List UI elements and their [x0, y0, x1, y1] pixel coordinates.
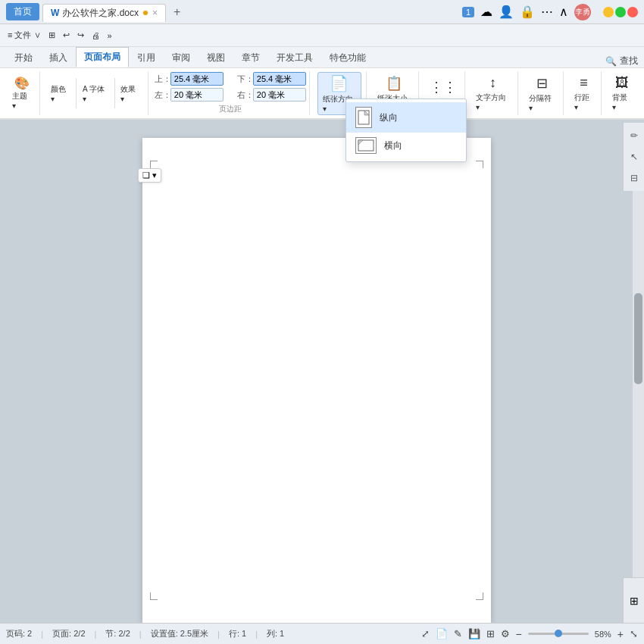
notification-badge[interactable]: 1 [462, 7, 474, 17]
margin-top-row: 上： 下： [155, 72, 306, 86]
print-button[interactable]: 🖨 [89, 30, 103, 42]
page-view-icon[interactable]: 📄 [436, 628, 448, 639]
search-area[interactable]: 🔍 查找 [605, 55, 638, 67]
floating-toolbar-button[interactable]: ❏ ▾ [138, 168, 161, 183]
margin-group: 上： 下： 左： 右： 页边距 [152, 71, 310, 115]
style-group: 颜色 ▾ A 字体 ▾ 效果 ▾ [43, 71, 148, 115]
more-commands[interactable]: » [105, 30, 115, 42]
font-button[interactable]: A 字体 ▾ [80, 83, 111, 105]
close-button[interactable] [627, 7, 638, 17]
theme-button[interactable]: 🎨 主题 ▾ [9, 76, 35, 111]
tab-icon: W [51, 8, 59, 18]
user-icon[interactable]: 👤 [499, 5, 514, 19]
tab-special[interactable]: 特色功能 [321, 48, 374, 67]
dropdown-item-portrait[interactable]: 纵向 [346, 102, 466, 133]
status-right: ⤢ 📄 ✎ 💾 ⊞ ⚙ − 58% + ⤡ [421, 628, 638, 640]
scrollbar-track[interactable] [634, 134, 642, 611]
save-icon[interactable]: 💾 [468, 628, 480, 639]
avatar[interactable]: 李勇 [574, 4, 591, 20]
document-tab[interactable]: W 办公软件之家.docx × [42, 4, 166, 22]
tools-icon[interactable]: ⚙ [501, 628, 510, 639]
corner-tr [476, 161, 483, 168]
col-info: 列: 1 [267, 628, 284, 639]
corner-br [476, 592, 483, 600]
cloud-icon[interactable]: ☁ [480, 5, 492, 19]
tab-references[interactable]: 引用 [129, 48, 164, 67]
tab-page-layout[interactable]: 页面布局 [76, 47, 129, 67]
tab-review[interactable]: 审阅 [164, 48, 199, 67]
total-pages: 页面: 2/2 [52, 628, 85, 639]
paper-size-icon: 📋 [386, 75, 402, 92]
page-number: 页码: 2 [6, 628, 32, 639]
divider [76, 78, 77, 108]
vertical-scrollbar[interactable]: ▲ ▼ [633, 123, 644, 623]
tab-chapter[interactable]: 章节 [233, 48, 268, 67]
section-info: 节: 2/2 [105, 628, 130, 639]
zoom-slider-thumb[interactable] [555, 630, 562, 637]
new-tab-button[interactable]: + [174, 5, 180, 19]
minimize-button[interactable] [603, 7, 614, 17]
expand-icon[interactable]: ⤢ [421, 628, 430, 639]
document-area: ❏ ▾ [0, 123, 633, 623]
portrait-label: 纵向 [380, 111, 398, 124]
settings-icon[interactable]: ⊞ [486, 628, 495, 639]
svg-rect-0 [358, 111, 369, 124]
collapse-icon[interactable]: ∧ [559, 5, 568, 19]
scrollbar-thumb[interactable] [634, 293, 642, 384]
lock-icon[interactable]: 🔒 [520, 5, 535, 19]
theme-icon: 🎨 [14, 77, 30, 89]
text-direction-button[interactable]: ↕ 文字方向 ▾ [473, 73, 512, 113]
dropdown-item-landscape[interactable]: 横向 [346, 133, 466, 158]
zoom-out-button[interactable]: − [516, 628, 522, 640]
bottom-right-panel: ⊞ [623, 577, 644, 623]
margin-top-input[interactable] [170, 72, 224, 86]
margin-left-input[interactable] [170, 88, 224, 102]
search-icon: 🔍 [605, 56, 617, 67]
edit-icon[interactable]: ✎ [454, 628, 462, 639]
text-direction-label: 文字方向 ▾ [476, 92, 509, 111]
margin-left-label: 左： [155, 89, 168, 101]
zoom-percent: 58% [595, 630, 611, 639]
home-button[interactable]: 首页 [6, 3, 39, 20]
zoom-in-button[interactable]: + [617, 628, 624, 640]
line-spacing-button[interactable]: ≡ 行距 ▾ [571, 73, 597, 113]
tab-close-icon[interactable]: × [152, 8, 158, 18]
floating-icon: ❏ ▾ [142, 170, 157, 180]
tab-label: 办公软件之家.docx [62, 7, 139, 20]
tab-start[interactable]: 开始 [6, 48, 41, 67]
grid-icon[interactable]: ⊞ [630, 595, 639, 607]
background-button[interactable]: 🖼 背景 ▾ [609, 73, 635, 113]
separator-button[interactable]: ⊟ 分隔符 ▾ [526, 73, 558, 114]
more-icon[interactable]: ⋯ [541, 5, 553, 19]
margin-right-input[interactable] [253, 88, 306, 102]
separator-icon: ⊟ [536, 75, 548, 92]
cursor-icon[interactable]: ↖ [626, 148, 642, 165]
tab-insert[interactable]: 插入 [41, 48, 76, 67]
divider2 [114, 78, 115, 108]
line-spacing-label: 行距 ▾ [574, 92, 594, 111]
file-menu[interactable]: ≡ 文件 ∨ [5, 28, 44, 42]
tab-view[interactable]: 视图 [199, 48, 233, 67]
fullscreen-icon[interactable]: ⤡ [630, 628, 638, 639]
margin-group-label: 页边距 [155, 104, 306, 114]
redo-button[interactable]: ↪ [74, 29, 87, 42]
corner-tl [150, 161, 158, 168]
line-spacing-group: ≡ 行距 ▾ [567, 71, 602, 115]
undo-button[interactable]: ↩ [60, 29, 73, 42]
effects-button[interactable]: 效果 ▾ [117, 83, 142, 105]
scroll-icon[interactable]: ⊟ [626, 170, 642, 186]
maximize-button[interactable] [615, 7, 626, 17]
portrait-icon [355, 107, 372, 128]
margin-right-label: 右： [237, 89, 251, 101]
margin-bottom-input[interactable] [253, 72, 306, 86]
color-button[interactable]: 颜色 ▾ [48, 83, 73, 105]
separator-label: 分隔符 ▾ [529, 93, 555, 112]
separator-group: ⊟ 分隔符 ▾ [521, 71, 564, 115]
zoom-slider[interactable] [528, 633, 589, 635]
text-direction-group: ↕ 文字方向 ▾ [468, 71, 517, 115]
margin-lr-row: 左： 右： [155, 88, 306, 102]
ribbon-tabs: 开始 插入 页面布局 引用 审阅 视图 章节 开发工具 特色功能 🔍 查找 [0, 47, 644, 68]
new-button[interactable]: ⊞ [45, 29, 58, 42]
tab-developer[interactable]: 开发工具 [268, 48, 321, 67]
pen-icon[interactable]: ✏ [626, 127, 642, 144]
